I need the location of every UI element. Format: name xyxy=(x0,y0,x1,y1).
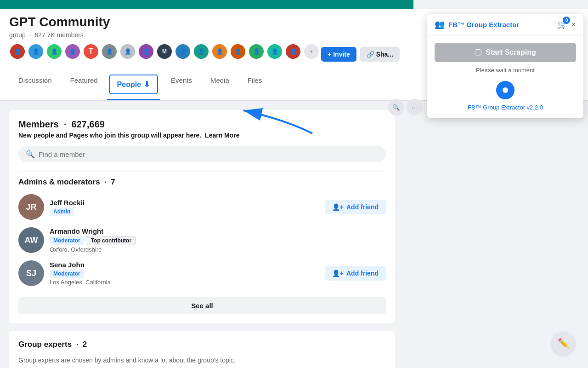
avatar: T xyxy=(83,43,99,60)
members-count: 627,669 xyxy=(72,119,105,129)
admins-title-text: Admins & moderators xyxy=(18,178,100,186)
avatar: SJ xyxy=(18,260,44,286)
avatar: 👤 xyxy=(138,43,154,60)
avatar: 👤 xyxy=(46,43,62,60)
member-name: Armando Wright xyxy=(50,227,386,235)
see-all-button[interactable]: See all xyxy=(18,297,386,314)
member-search-box: 🔍 xyxy=(18,146,386,162)
member-avatars: 👤 👤 👤 👤 T 👤 👤 👤 M 👤 👤 👤 👤 👤 👤 👤 + xyxy=(9,43,320,60)
avatar: M xyxy=(156,43,173,60)
member-info: Armando Wright Moderator Top contributor… xyxy=(50,227,386,253)
popup-close-button[interactable]: × xyxy=(571,20,576,29)
member-item: AW Armando Wright Moderator Top contribu… xyxy=(18,227,386,253)
members-section: Members · 627,669 New people and Pages w… xyxy=(9,110,395,323)
popup-wait-text: Please wait a moment xyxy=(435,67,576,74)
arrow-indicator xyxy=(230,101,322,140)
moderator-badge: Moderator xyxy=(50,236,84,245)
group-experts-section: Group experts · 2 Group experts are chos… xyxy=(9,331,395,368)
admin-badge: Admin xyxy=(50,207,74,216)
avatar: 👤 xyxy=(248,43,265,60)
start-scraping-button[interactable]: Start Scraping xyxy=(435,43,576,62)
member-info: Sena John Moderator Los Angeles, Califor… xyxy=(50,261,319,286)
avatar: 👤 xyxy=(285,43,301,60)
cart-count-badge: 0 xyxy=(563,17,570,24)
search-icon: 🔍 xyxy=(392,104,400,111)
group-experts-title-text: Group experts xyxy=(18,340,72,349)
avatar: 👤 xyxy=(211,43,228,60)
popup-header: 👥 FB™ Group Extractor 🛒 0 × xyxy=(427,14,583,35)
member-info: Jeff Rockii Admin xyxy=(50,199,319,216)
add-friend-label: Add friend xyxy=(346,203,379,211)
tab-media[interactable]: Media xyxy=(201,71,238,100)
members-title-text: Members xyxy=(18,119,59,129)
add-friend-label: Add friend xyxy=(346,270,379,277)
avatar: 👤 xyxy=(266,43,283,60)
popup-body: Start Scraping Please wait a moment FB™ … xyxy=(427,35,583,118)
moderator-badge: Moderator xyxy=(50,270,84,278)
popup-title-text: FB™ Group Extractor xyxy=(448,21,519,29)
group-experts-title: Group experts · 2 xyxy=(18,340,386,349)
avatar: 👤 xyxy=(193,43,209,60)
tab-featured[interactable]: Featured xyxy=(61,71,107,100)
version-link[interactable]: FB™ Group Extractor v2.2.0 xyxy=(435,104,576,111)
popup-title: 👥 FB™ Group Extractor xyxy=(435,19,519,29)
contributor-badge: Top contributor xyxy=(87,236,136,245)
popup-status-icon xyxy=(496,81,514,99)
avatar: 👤 xyxy=(64,43,81,60)
add-friend-icon: 👤+ xyxy=(332,270,344,277)
compose-icon: ✏️ xyxy=(558,338,569,349)
search-icon: 🔍 xyxy=(26,150,35,159)
admins-count: 7 xyxy=(111,178,115,186)
avatar: 👤 xyxy=(9,43,26,60)
avatar: 👤 xyxy=(101,43,118,60)
more-options-button[interactable]: ··· xyxy=(406,99,423,115)
member-search-input[interactable] xyxy=(39,150,379,158)
top-progress-bar xyxy=(0,0,413,9)
people-tab-label: People xyxy=(117,80,141,89)
avatar: 👤 xyxy=(28,43,44,60)
member-item: JR Jeff Rockii Admin 👤+ Add friend xyxy=(18,194,386,220)
arrow-svg xyxy=(230,101,322,138)
avatar: JR xyxy=(18,194,44,220)
tab-events[interactable]: Events xyxy=(162,71,201,100)
group-type: group xyxy=(9,31,26,39)
add-friend-icon: 👤+ xyxy=(332,203,344,211)
admins-section-title: Admins & moderators · 7 xyxy=(18,178,386,187)
extension-icon: 👥 xyxy=(435,19,445,29)
start-scraping-label: Start Scraping xyxy=(486,48,536,57)
member-name: Jeff Rockii xyxy=(50,199,319,207)
more-icon: ··· xyxy=(412,104,417,111)
loading-spinner xyxy=(475,49,482,56)
tab-files[interactable]: Files xyxy=(238,71,271,100)
member-location: Oxford, Oxfordshire xyxy=(50,246,386,253)
avatar: AW xyxy=(18,227,44,253)
search-toolbar-button[interactable]: 🔍 xyxy=(388,99,404,115)
members-subtitle: New people and Pages who join this group… xyxy=(18,132,386,139)
status-dot-icon xyxy=(503,87,508,93)
compose-button[interactable]: ✏️ xyxy=(552,332,574,354)
invite-button[interactable]: + Invite xyxy=(321,47,356,62)
group-experts-subtitle: Group experts are chosen by admins and k… xyxy=(18,356,386,364)
download-icon: ⬇ xyxy=(144,80,150,89)
avatar-more: + xyxy=(303,43,320,60)
member-name: Sena John xyxy=(50,261,319,269)
members-title: Members · 627,669 xyxy=(18,119,386,130)
share-button[interactable]: 🔗 Sha... xyxy=(360,47,400,62)
member-badges: Moderator Top contributor xyxy=(50,236,386,245)
tab-people[interactable]: People ⬇ xyxy=(109,75,158,94)
member-location: Los Angeles, California xyxy=(50,279,319,286)
toolbar-icons: 🔍 ··· xyxy=(388,99,423,115)
add-friend-button[interactable]: 👤+ Add friend xyxy=(325,266,386,281)
add-friend-button[interactable]: 👤+ Add friend xyxy=(325,200,386,214)
cart-icon-wrapper: 🛒 0 xyxy=(557,19,567,29)
member-badges: Admin xyxy=(50,207,319,216)
avatar: 👤 xyxy=(175,43,191,60)
members-subtitle-text: New people and Pages who join this group… xyxy=(18,132,201,139)
tab-discussion[interactable]: Discussion xyxy=(9,71,61,100)
member-item: SJ Sena John Moderator Los Angeles, Cali… xyxy=(18,260,386,286)
avatar: 👤 xyxy=(230,43,246,60)
group-experts-count: 2 xyxy=(83,340,87,349)
avatar: 👤 xyxy=(119,43,136,60)
divider xyxy=(18,172,386,172)
group-member-count: 627.7K members xyxy=(34,31,84,39)
